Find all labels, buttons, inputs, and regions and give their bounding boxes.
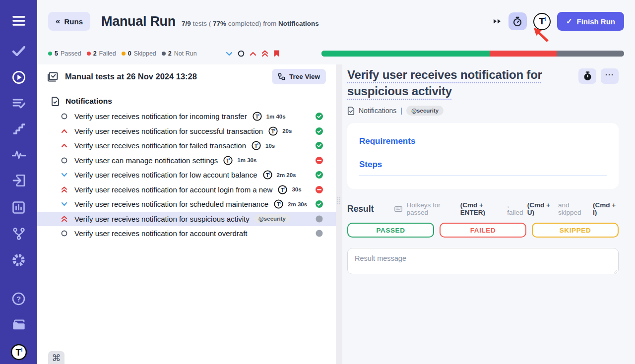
test-title: Verify user can manage notification sett…	[74, 156, 218, 165]
test-row[interactable]: Verify user receives notification for su…	[37, 124, 336, 139]
test-row[interactable]: Verify user receives notification for fa…	[37, 138, 336, 153]
test-row[interactable]: Verify user receives notification for ac…	[37, 226, 336, 241]
test-duration: 10s	[265, 143, 275, 149]
notrun-dot-icon	[162, 52, 166, 56]
test-plans-icon[interactable]	[12, 96, 26, 110]
svg-text:T: T	[255, 114, 258, 120]
stopwatch-filled-icon	[583, 71, 592, 81]
ellipsis-icon: ···	[605, 72, 614, 80]
priority-filter-group	[226, 50, 280, 58]
tests-count: 7/9	[182, 20, 191, 27]
chevrons-left-icon: «	[56, 16, 60, 26]
suite-group-row[interactable]: Notifications	[37, 93, 336, 109]
test-logo-icon: T	[268, 126, 278, 136]
result-failed-icon	[316, 186, 323, 193]
failed-button[interactable]: FAILED	[440, 223, 526, 238]
projects-folder-icon[interactable]	[12, 318, 26, 332]
svg-text:T: T	[254, 143, 257, 149]
result-failed-icon	[316, 157, 323, 164]
run-play-icon[interactable]	[12, 70, 26, 84]
breadcrumb-document-icon	[347, 107, 355, 115]
result-passed-icon	[316, 171, 323, 179]
help-icon[interactable]: ?	[12, 292, 26, 305]
fast-forward-icon[interactable]	[493, 18, 502, 25]
breadcrumb-tag-badge[interactable]: @security	[406, 106, 444, 116]
test-duration: 1m 30s	[237, 157, 256, 163]
test-title: Verify user receives notification for in…	[74, 112, 247, 121]
detail-timer-button[interactable]	[578, 68, 596, 84]
svg-text:T: T	[226, 158, 229, 163]
skipped-dot-icon	[122, 52, 126, 56]
import-icon[interactable]	[12, 174, 26, 187]
test-row[interactable]: Verify user receives notification for in…	[37, 109, 336, 124]
branches-icon[interactable]	[12, 227, 26, 241]
menu-icon[interactable]	[12, 14, 26, 28]
test-row[interactable]: Verify user receives notification for lo…	[37, 168, 336, 182]
steps-icon[interactable]	[12, 122, 26, 136]
passed-button[interactable]: PASSED	[347, 223, 434, 238]
tests-check-icon[interactable]	[12, 44, 26, 58]
priority-low-icon	[61, 202, 68, 206]
settings-gear-icon[interactable]	[12, 253, 26, 267]
back-to-runs-button[interactable]: « Runs	[48, 12, 90, 31]
analytics-icon[interactable]	[12, 200, 26, 214]
filter-bookmark-icon[interactable]	[273, 50, 280, 58]
priority-high-icon	[61, 143, 68, 148]
test-title: Verify user receives notification for su…	[74, 215, 250, 223]
filter-normal-priority-icon[interactable]	[238, 50, 245, 57]
finish-run-button[interactable]: ✓ Finish Run	[557, 12, 624, 31]
breadcrumb-group[interactable]: Notifications	[359, 107, 396, 115]
test-row[interactable]: Verify user receives notification for ac…	[37, 182, 336, 197]
result-message-input[interactable]	[347, 248, 619, 274]
checklist-icon	[47, 72, 58, 82]
progress-notrun-segment	[557, 51, 624, 57]
filter-low-priority-icon[interactable]	[226, 52, 233, 56]
panel-resize-handle[interactable]	[336, 64, 342, 364]
detail-test-title[interactable]: Verify user receives notification for su…	[347, 66, 572, 99]
result-passed-icon	[316, 142, 323, 149]
command-hotkey-badge[interactable]: ⌘	[48, 351, 64, 364]
test-logo-icon: T	[263, 170, 272, 180]
section-steps[interactable]: Steps	[359, 160, 607, 176]
results-summary: 5Passed 2Failed 0Skipped 2Not Run	[48, 50, 197, 57]
suite-group-label: Notifications	[65, 97, 112, 106]
filter-critical-priority-icon[interactable]	[261, 50, 268, 57]
test-duration: 2m 30s	[288, 201, 307, 207]
test-title: Verify user receives notification for lo…	[74, 171, 257, 179]
test-row-selected[interactable]: Verify user receives notification for su…	[37, 212, 336, 227]
app-sidebar: ? T	[0, 0, 37, 364]
test-title: Verify user receives notification for ac…	[74, 185, 272, 194]
test-row[interactable]: Verify user receives notification for sc…	[37, 197, 336, 212]
test-logo-icon: T	[253, 112, 262, 121]
tree-view-button[interactable]: Tree View	[272, 69, 326, 84]
svg-text:T: T	[265, 173, 268, 178]
test-title: Verify user receives notification for fa…	[74, 141, 246, 150]
test-duration: 2m 20s	[277, 172, 296, 178]
tree-view-icon	[278, 73, 285, 80]
priority-low-icon	[61, 173, 68, 177]
priority-critical-icon	[61, 186, 68, 193]
svg-text:T: T	[15, 348, 21, 358]
priority-normal-icon	[61, 157, 68, 164]
command-icon: ⌘	[52, 353, 61, 364]
skipped-button[interactable]: SKIPPED	[532, 223, 619, 238]
user-logo-icon[interactable]: T	[533, 13, 551, 30]
result-notrun-icon	[316, 230, 323, 237]
section-requirements[interactable]: Requirements	[359, 136, 607, 152]
page-header: « Runs Manual Run 7/9 tests ( 77% comple…	[37, 0, 635, 43]
timer-button[interactable]	[508, 12, 527, 30]
test-title: Verify user receives notification for su…	[74, 127, 263, 135]
result-passed-icon	[316, 127, 323, 135]
filter-high-priority-icon[interactable]	[250, 52, 256, 56]
app-logo-icon[interactable]: T	[10, 344, 27, 361]
summary-failed: 2Failed	[87, 50, 116, 57]
pulse-icon[interactable]	[12, 148, 26, 162]
svg-text:T: T	[281, 187, 284, 192]
summary-notrun: 2Not Run	[162, 50, 197, 57]
test-title: Verify user receives notification for sc…	[74, 200, 268, 208]
run-progress-bar	[321, 51, 624, 57]
run-name-title: Manual tests at 26 Nov 2024 13:28	[65, 72, 197, 81]
completed-percent: 77%	[213, 20, 226, 27]
more-options-button[interactable]: ···	[601, 68, 619, 84]
test-row[interactable]: Verify user can manage notification sett…	[37, 153, 336, 168]
